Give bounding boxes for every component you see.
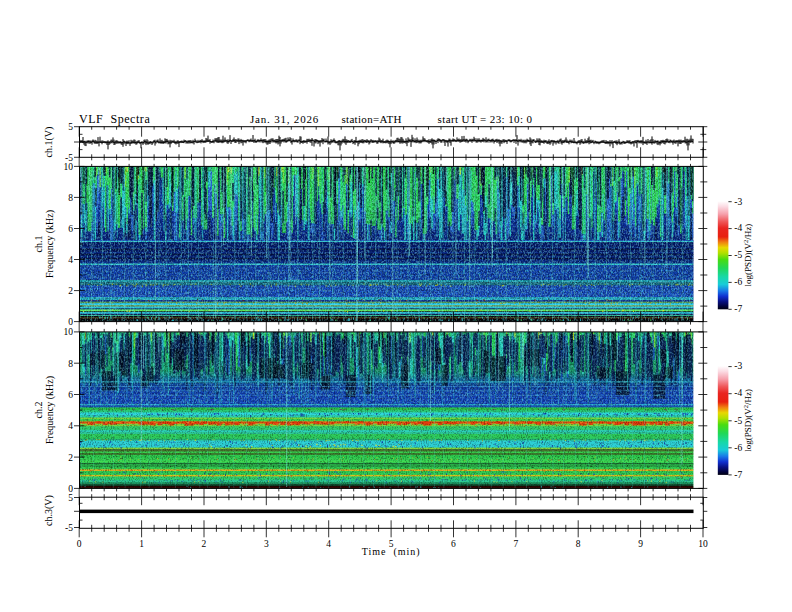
svg-text:-5: -5 [65, 523, 73, 533]
svg-text:0: 0 [68, 317, 73, 327]
svg-text:5: 5 [68, 122, 73, 132]
svg-text:6: 6 [451, 539, 456, 549]
svg-text:7: 7 [513, 539, 518, 549]
svg-text:-5: -5 [734, 416, 742, 426]
svg-text:10: 10 [698, 539, 708, 549]
svg-text:8: 8 [68, 359, 73, 369]
svg-text:10: 10 [64, 162, 74, 172]
svg-text:Time (min): Time (min) [362, 546, 421, 558]
svg-text:-3: -3 [734, 361, 742, 371]
svg-text:-6: -6 [734, 277, 742, 287]
svg-text:-6: -6 [734, 443, 742, 453]
svg-text:-3: -3 [734, 197, 742, 207]
svg-text:2: 2 [68, 453, 73, 463]
svg-text:-5: -5 [734, 250, 742, 260]
svg-text:Frequency (kHz): Frequency (kHz) [44, 210, 56, 278]
svg-text:0: 0 [77, 539, 82, 549]
svg-text:station=ATH: station=ATH [342, 113, 402, 125]
svg-text:6: 6 [68, 390, 73, 400]
svg-text:8: 8 [576, 539, 581, 549]
svg-text:4: 4 [68, 255, 73, 265]
svg-text:-7: -7 [734, 470, 742, 480]
svg-text:5: 5 [68, 493, 73, 503]
svg-text:Jan. 31, 2026: Jan. 31, 2026 [250, 113, 319, 125]
svg-text:9: 9 [638, 539, 643, 549]
svg-text:ch.2: ch.2 [33, 402, 44, 419]
svg-text:4: 4 [68, 421, 73, 431]
svg-text:ch.1(V): ch.1(V) [43, 127, 55, 158]
svg-text:8: 8 [68, 193, 73, 203]
svg-text:4: 4 [326, 539, 331, 549]
svg-text:2: 2 [68, 286, 73, 296]
svg-text:6: 6 [68, 224, 73, 234]
svg-text:ch.1: ch.1 [33, 236, 44, 253]
svg-text:log(PSD)(V2/Hz): log(PSD)(V2/Hz) [742, 224, 753, 287]
svg-text:2: 2 [202, 539, 207, 549]
svg-text:10: 10 [64, 327, 74, 337]
svg-text:ch.3(V): ch.3(V) [43, 495, 55, 526]
svg-text:-4: -4 [734, 223, 742, 233]
svg-text:3: 3 [264, 539, 269, 549]
svg-text:1: 1 [139, 539, 144, 549]
svg-text:-7: -7 [734, 304, 742, 314]
svg-text:-4: -4 [734, 388, 742, 398]
svg-text:start UT = 23: 10: 0: start UT = 23: 10: 0 [438, 113, 533, 125]
svg-text:VLF Spectra: VLF Spectra [79, 112, 150, 126]
svg-text:Frequency (kHz): Frequency (kHz) [44, 376, 56, 444]
svg-text:log(PSD)(V2/Hz): log(PSD)(V2/Hz) [742, 389, 753, 452]
